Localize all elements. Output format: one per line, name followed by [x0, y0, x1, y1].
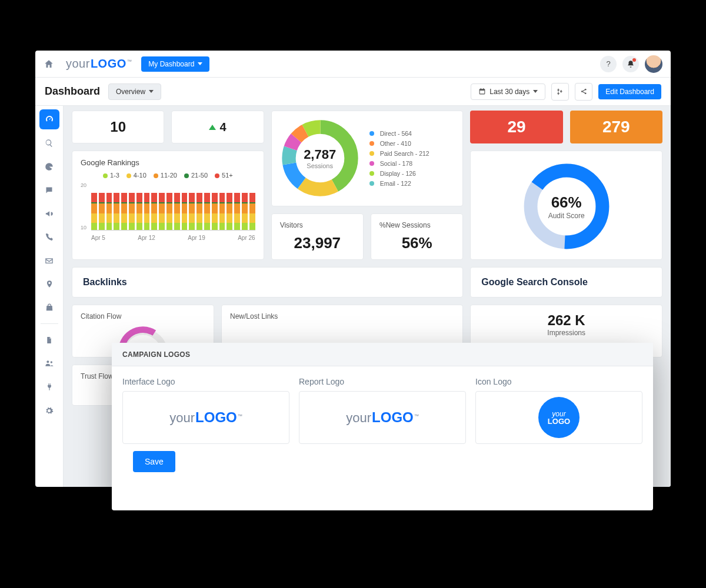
stat-card-delta: 4: [171, 111, 264, 143]
search-icon: [45, 139, 54, 148]
citation-flow-gauge: [81, 322, 205, 345]
overview-dropdown[interactable]: Overview: [108, 83, 161, 100]
help-icon: ?: [606, 59, 610, 68]
audit-pct: 66%: [548, 193, 585, 212]
icon-logo-label: Icon Logo: [475, 377, 642, 386]
brand-logo: yourLOGO™: [66, 57, 132, 71]
chevron-down-icon: [533, 90, 538, 93]
notifications-button[interactable]: [622, 56, 639, 72]
sidebar-item-local[interactable]: [39, 274, 59, 294]
backlinks-title: Backlinks: [83, 277, 127, 287]
gsc-title: Google Search Console: [481, 277, 587, 287]
impressions-label: Impressions: [479, 329, 654, 337]
edit-dashboard-label: Edit Dashboard: [605, 88, 654, 96]
icon-logo-box[interactable]: your LOGO: [475, 391, 642, 444]
edit-dashboard-button[interactable]: Edit Dashboard: [598, 84, 661, 99]
sliders-icon: [556, 88, 564, 96]
interface-logo-box[interactable]: yourLOGO™: [122, 391, 289, 444]
date-range-label: Last 30 days: [489, 88, 530, 96]
file-icon: [45, 336, 53, 344]
sidebar: [35, 106, 64, 487]
stat-value-1: 10: [110, 119, 126, 135]
newsessions-label: %New Sessions: [379, 221, 454, 229]
stat-card-red: 29: [470, 111, 562, 143]
newlost-links-label: New/Lost Links: [230, 312, 454, 320]
page-title: Dashboard: [45, 85, 100, 98]
report-logo-label: Report Logo: [299, 377, 466, 386]
phone-icon: [45, 233, 54, 241]
chevron-down-icon: [198, 62, 202, 65]
topbar-right: ?: [600, 55, 662, 73]
sidebar-item-files[interactable]: [39, 330, 59, 350]
sidebar-item-email[interactable]: [39, 250, 59, 270]
sidebar-divider: [41, 323, 58, 324]
rankings-card: Google Rankings 1-34-1011-2021-5051+ 20 …: [72, 151, 264, 260]
visitors-value: 23,997: [280, 234, 355, 252]
sidebar-item-dashboard[interactable]: [39, 109, 59, 129]
gsc-header: Google Search Console: [470, 267, 662, 298]
comment-icon: [45, 186, 54, 195]
rankings-bars: [91, 182, 255, 230]
sidebar-item-chat[interactable]: [39, 180, 59, 200]
share-button[interactable]: [575, 83, 592, 101]
visitors-label: Visitors: [280, 221, 355, 229]
sidebar-item-settings[interactable]: [39, 400, 59, 420]
sidebar-item-users[interactable]: [39, 353, 59, 373]
red-value: 29: [507, 118, 525, 136]
x-tick: Apr 12: [138, 235, 155, 241]
sidebar-item-reports[interactable]: [39, 156, 59, 176]
sidebar-item-campaigns[interactable]: [39, 203, 59, 223]
map-pin-icon: [45, 280, 54, 288]
filter-button[interactable]: [551, 83, 569, 101]
newsessions-card: %New Sessions 56%: [371, 213, 463, 260]
svg-point-4: [50, 361, 52, 363]
home-icon[interactable]: [44, 59, 56, 69]
sidebar-item-shopping[interactable]: [39, 298, 59, 318]
sessions-donut: 2,787 Sessions: [279, 117, 361, 199]
save-button[interactable]: Save: [133, 451, 175, 472]
newsessions-value: 56%: [379, 234, 454, 252]
bag-icon: [45, 303, 54, 312]
campaign-logos-modal: CAMPAIGN LOGOS Interface Logo yourLOGO™ …: [112, 343, 653, 510]
audit-card: 66% Audit Score: [470, 151, 662, 260]
sessions-label: Sessions: [304, 162, 336, 169]
logo-tm: ™: [127, 59, 132, 64]
modal-title: CAMPAIGN LOGOS: [122, 350, 190, 359]
svg-point-3: [46, 360, 49, 363]
orange-value: 279: [602, 118, 630, 136]
topbar-left: yourLOGO™ My Dashboard: [44, 56, 592, 72]
report-logo-col: Report Logo yourLOGO™: [299, 377, 466, 444]
sidebar-item-calls[interactable]: [39, 227, 59, 247]
x-tick: Apr 19: [188, 235, 205, 241]
bullhorn-icon: [45, 209, 54, 218]
logo-row: Interface Logo yourLOGO™ Report Logo you…: [122, 377, 642, 444]
modal-header: CAMPAIGN LOGOS: [112, 343, 653, 366]
subheader-right: Last 30 days Edit Dashboard: [471, 83, 661, 101]
interface-logo-col: Interface Logo yourLOGO™: [122, 377, 289, 444]
plug-icon: [45, 383, 54, 391]
help-button[interactable]: ?: [600, 56, 617, 72]
chevron-down-icon: [149, 90, 154, 93]
sessions-donut-wrap: 2,787 Sessions Direct - 564Other - 410Pa…: [279, 117, 456, 199]
users-icon: [45, 359, 54, 368]
topbar: yourLOGO™ My Dashboard ?: [35, 51, 671, 78]
report-logo-box[interactable]: yourLOGO™: [299, 391, 466, 444]
date-range-picker[interactable]: Last 30 days: [471, 83, 545, 100]
modal-body: Interface Logo yourLOGO™ Report Logo you…: [112, 366, 653, 510]
calendar-icon: [478, 88, 486, 95]
sidebar-item-search[interactable]: [39, 133, 59, 153]
citation-flow-label: Citation Flow: [81, 312, 205, 320]
stat-card-1: 10: [72, 111, 164, 143]
my-dashboard-button[interactable]: My Dashboard: [141, 56, 209, 72]
arrow-up-icon: [209, 125, 216, 130]
rankings-y-axis: 20 10: [81, 182, 91, 230]
user-avatar[interactable]: [645, 55, 662, 73]
stat-card-orange: 279: [570, 111, 662, 143]
visitors-card: Visitors 23,997: [271, 213, 364, 260]
rankings-x-axis: Apr 5 Apr 12 Apr 19 Apr 26: [91, 235, 255, 241]
sidebar-item-integrations[interactable]: [39, 377, 59, 397]
rankings-title: Google Rankings: [81, 158, 255, 167]
envelope-icon: [45, 256, 54, 265]
interface-logo-preview: yourLOGO™: [169, 409, 242, 426]
save-label: Save: [145, 457, 164, 466]
